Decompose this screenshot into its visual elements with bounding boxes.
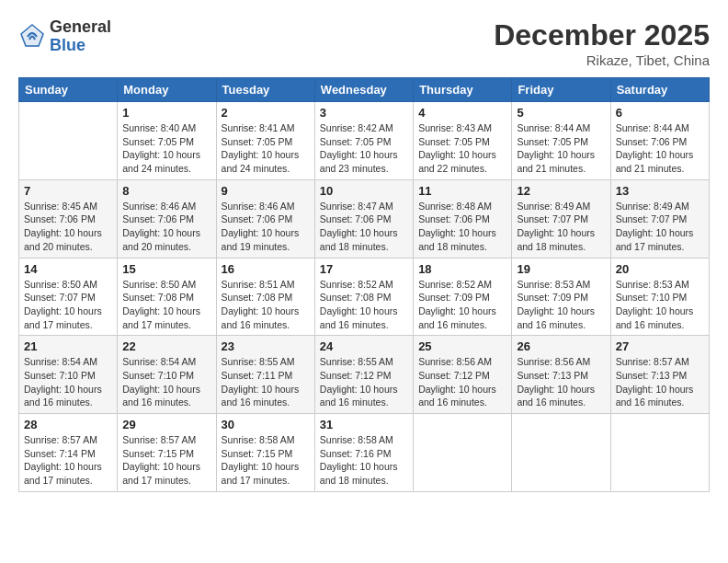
calendar-cell: 15Sunrise: 8:50 AMSunset: 7:08 PMDayligh… (118, 258, 216, 336)
page-header: General Blue December 2025 Rikaze, Tibet… (18, 18, 710, 68)
cell-info: Sunrise: 8:48 AMSunset: 7:06 PMDaylight:… (418, 200, 506, 254)
cell-info: Sunrise: 8:53 AMSunset: 7:09 PMDaylight:… (517, 278, 605, 332)
cell-info: Sunrise: 8:49 AMSunset: 7:07 PMDaylight:… (616, 200, 704, 254)
cell-info: Sunrise: 8:46 AMSunset: 7:06 PMDaylight:… (222, 200, 310, 254)
day-number: 11 (418, 184, 506, 198)
calendar-cell: 11Sunrise: 8:48 AMSunset: 7:06 PMDayligh… (414, 179, 512, 258)
cell-info: Sunrise: 8:40 AMSunset: 7:05 PMDaylight:… (122, 121, 210, 176)
calendar-week-row: 1Sunrise: 8:40 AMSunset: 7:05 PMDaylight… (19, 102, 710, 180)
calendar-cell: 14Sunrise: 8:50 AMSunset: 7:07 PMDayligh… (19, 258, 118, 336)
cell-info: Sunrise: 8:54 AMSunset: 7:10 PMDaylight:… (122, 355, 210, 409)
calendar-cell: 2Sunrise: 8:41 AMSunset: 7:05 PMDaylight… (216, 102, 314, 180)
day-number: 27 (616, 339, 704, 353)
calendar-cell (19, 102, 118, 180)
calendar-cell: 6Sunrise: 8:44 AMSunset: 7:06 PMDaylight… (610, 102, 709, 180)
logo-icon (18, 23, 46, 51)
calendar-cell: 28Sunrise: 8:57 AMSunset: 7:14 PMDayligh… (19, 414, 118, 492)
cell-info: Sunrise: 8:41 AMSunset: 7:05 PMDaylight:… (222, 121, 310, 176)
day-number: 1 (122, 106, 210, 120)
calendar-cell: 1Sunrise: 8:40 AMSunset: 7:05 PMDaylight… (118, 102, 216, 180)
weekday-header: Thursday (414, 78, 512, 102)
calendar-cell: 17Sunrise: 8:52 AMSunset: 7:08 PMDayligh… (314, 258, 413, 336)
calendar-cell: 24Sunrise: 8:55 AMSunset: 7:12 PMDayligh… (314, 336, 413, 414)
weekday-header: Tuesday (216, 78, 314, 102)
day-number: 3 (320, 106, 408, 120)
cell-info: Sunrise: 8:58 AMSunset: 7:15 PMDaylight:… (222, 433, 310, 488)
calendar-cell (414, 414, 512, 492)
cell-info: Sunrise: 8:50 AMSunset: 7:08 PMDaylight:… (122, 278, 210, 332)
cell-info: Sunrise: 8:53 AMSunset: 7:10 PMDaylight:… (616, 278, 704, 332)
cell-info: Sunrise: 8:45 AMSunset: 7:06 PMDaylight:… (24, 200, 112, 254)
calendar-cell: 5Sunrise: 8:44 AMSunset: 7:05 PMDaylight… (512, 102, 610, 180)
cell-info: Sunrise: 8:54 AMSunset: 7:10 PMDaylight:… (24, 355, 112, 409)
day-number: 7 (24, 184, 112, 198)
calendar-cell (512, 414, 610, 492)
weekday-header: Wednesday (314, 78, 413, 102)
weekday-header: Sunday (19, 78, 118, 102)
calendar-cell: 26Sunrise: 8:56 AMSunset: 7:13 PMDayligh… (512, 336, 610, 414)
calendar-cell: 16Sunrise: 8:51 AMSunset: 7:08 PMDayligh… (216, 258, 314, 336)
cell-info: Sunrise: 8:49 AMSunset: 7:07 PMDaylight:… (517, 200, 605, 254)
calendar-cell: 22Sunrise: 8:54 AMSunset: 7:10 PMDayligh… (118, 336, 216, 414)
day-number: 6 (616, 106, 704, 120)
cell-info: Sunrise: 8:58 AMSunset: 7:16 PMDaylight:… (320, 433, 408, 488)
cell-info: Sunrise: 8:52 AMSunset: 7:09 PMDaylight:… (418, 278, 506, 332)
day-number: 17 (320, 262, 408, 276)
cell-info: Sunrise: 8:50 AMSunset: 7:07 PMDaylight:… (24, 278, 112, 332)
cell-info: Sunrise: 8:43 AMSunset: 7:05 PMDaylight:… (418, 121, 506, 176)
calendar: SundayMondayTuesdayWednesdayThursdayFrid… (18, 77, 710, 492)
calendar-cell: 23Sunrise: 8:55 AMSunset: 7:11 PMDayligh… (216, 336, 314, 414)
calendar-cell: 8Sunrise: 8:46 AMSunset: 7:06 PMDaylight… (118, 179, 216, 258)
calendar-cell: 18Sunrise: 8:52 AMSunset: 7:09 PMDayligh… (414, 258, 512, 336)
weekday-row: SundayMondayTuesdayWednesdayThursdayFrid… (19, 78, 710, 102)
calendar-cell: 31Sunrise: 8:58 AMSunset: 7:16 PMDayligh… (314, 414, 413, 492)
weekday-header: Friday (512, 78, 610, 102)
logo-blue: Blue (50, 37, 111, 55)
cell-info: Sunrise: 8:57 AMSunset: 7:15 PMDaylight:… (122, 433, 210, 488)
day-number: 19 (517, 262, 605, 276)
calendar-week-row: 28Sunrise: 8:57 AMSunset: 7:14 PMDayligh… (19, 414, 710, 492)
cell-info: Sunrise: 8:51 AMSunset: 7:08 PMDaylight:… (222, 278, 310, 332)
day-number: 21 (24, 339, 112, 353)
calendar-week-row: 7Sunrise: 8:45 AMSunset: 7:06 PMDaylight… (19, 179, 710, 258)
day-number: 8 (122, 184, 210, 198)
calendar-cell: 7Sunrise: 8:45 AMSunset: 7:06 PMDaylight… (19, 179, 118, 258)
day-number: 10 (320, 184, 408, 198)
day-number: 25 (418, 339, 506, 353)
calendar-cell: 9Sunrise: 8:46 AMSunset: 7:06 PMDaylight… (216, 179, 314, 258)
calendar-cell: 29Sunrise: 8:57 AMSunset: 7:15 PMDayligh… (118, 414, 216, 492)
logo-general: General (50, 18, 111, 37)
calendar-cell: 21Sunrise: 8:54 AMSunset: 7:10 PMDayligh… (19, 336, 118, 414)
day-number: 12 (517, 184, 605, 198)
logo-text: General Blue (50, 18, 111, 55)
calendar-cell: 27Sunrise: 8:57 AMSunset: 7:13 PMDayligh… (610, 336, 709, 414)
cell-info: Sunrise: 8:57 AMSunset: 7:14 PMDaylight:… (24, 433, 112, 488)
weekday-header: Monday (118, 78, 216, 102)
calendar-cell: 19Sunrise: 8:53 AMSunset: 7:09 PMDayligh… (512, 258, 610, 336)
day-number: 20 (616, 262, 704, 276)
cell-info: Sunrise: 8:55 AMSunset: 7:12 PMDaylight:… (320, 355, 408, 409)
calendar-cell: 13Sunrise: 8:49 AMSunset: 7:07 PMDayligh… (610, 179, 709, 258)
calendar-header: SundayMondayTuesdayWednesdayThursdayFrid… (19, 78, 710, 102)
calendar-cell (610, 414, 709, 492)
cell-info: Sunrise: 8:56 AMSunset: 7:13 PMDaylight:… (517, 355, 605, 409)
cell-info: Sunrise: 8:46 AMSunset: 7:06 PMDaylight:… (122, 200, 210, 254)
cell-info: Sunrise: 8:56 AMSunset: 7:12 PMDaylight:… (418, 355, 506, 409)
cell-info: Sunrise: 8:55 AMSunset: 7:11 PMDaylight:… (222, 355, 310, 409)
day-number: 28 (24, 418, 112, 431)
calendar-week-row: 21Sunrise: 8:54 AMSunset: 7:10 PMDayligh… (19, 336, 710, 414)
cell-info: Sunrise: 8:57 AMSunset: 7:13 PMDaylight:… (616, 355, 704, 409)
cell-info: Sunrise: 8:42 AMSunset: 7:05 PMDaylight:… (320, 121, 408, 176)
day-number: 13 (616, 184, 704, 198)
calendar-cell: 4Sunrise: 8:43 AMSunset: 7:05 PMDaylight… (414, 102, 512, 180)
month-title: December 2025 (494, 18, 710, 52)
day-number: 2 (222, 106, 310, 120)
calendar-body: 1Sunrise: 8:40 AMSunset: 7:05 PMDaylight… (19, 102, 710, 492)
logo: General Blue (18, 18, 111, 55)
day-number: 15 (122, 262, 210, 276)
calendar-cell: 10Sunrise: 8:47 AMSunset: 7:06 PMDayligh… (314, 179, 413, 258)
day-number: 22 (122, 339, 210, 353)
cell-info: Sunrise: 8:44 AMSunset: 7:05 PMDaylight:… (517, 121, 605, 176)
calendar-cell: 30Sunrise: 8:58 AMSunset: 7:15 PMDayligh… (216, 414, 314, 492)
cell-info: Sunrise: 8:44 AMSunset: 7:06 PMDaylight:… (616, 121, 704, 176)
